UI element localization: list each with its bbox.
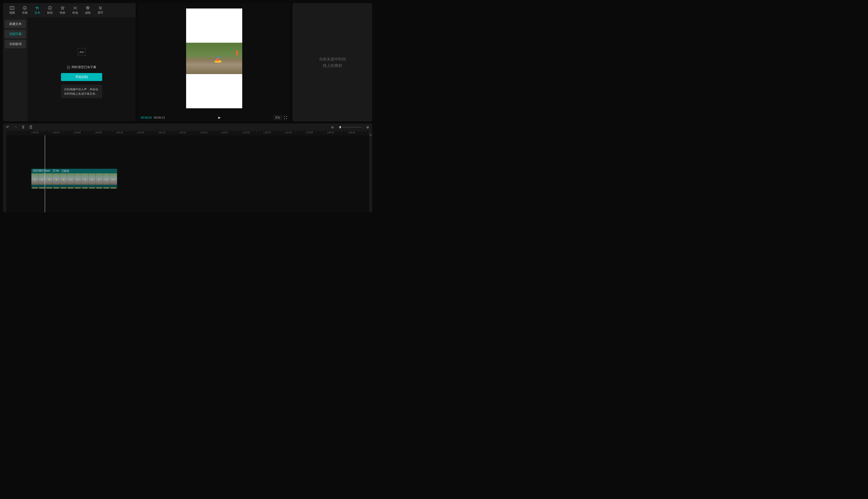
current-time: 00:00:02 — [141, 116, 152, 119]
start-recognize-button[interactable]: 开始识别 — [61, 73, 102, 81]
video-frame — [186, 43, 242, 74]
preview-panel: 00:00:02 00:00:12 ▶ 原始 — [138, 3, 290, 121]
tab-text[interactable]: TI 文本 — [32, 5, 43, 16]
tab-sticker[interactable]: 贴纸 — [44, 5, 56, 16]
preview-frame — [186, 9, 242, 108]
empty-selection-message: 当前未选中时间线上的素材 — [319, 56, 346, 69]
new-text-button[interactable]: 新建文本 — [5, 20, 26, 28]
recognize-subtitle-button[interactable]: 识别字幕 — [5, 30, 26, 38]
tab-label: 视频 — [9, 11, 15, 15]
tab-effect[interactable]: 特效 — [57, 5, 68, 16]
svg-text:TI: TI — [36, 6, 39, 10]
tab-audio[interactable]: 音频 — [19, 5, 31, 16]
clip-thumbnails — [32, 173, 117, 185]
checkbox-icon[interactable] — [67, 66, 70, 69]
play-button[interactable]: ▶ — [218, 116, 221, 119]
letterbox-top — [186, 9, 242, 43]
timeline-tracks[interactable]: ◐ 20210627.mov 12.4s 已静音 — [6, 135, 369, 212]
svg-point-5 — [50, 8, 51, 8]
tab-transition[interactable]: 转场 — [69, 5, 81, 16]
split-button[interactable] — [22, 125, 25, 129]
clip-duration: 12.4s — [52, 169, 59, 173]
timeline-panel: ↶ ↷ ⊖ ⊕ | 00:00| 00:03| 00:06| 00:09| 00… — [3, 123, 372, 212]
ruler-mark: | 00:48 — [369, 131, 372, 136]
svg-point-11 — [99, 9, 100, 10]
timeline-toolbar: ↶ ↷ ⊖ ⊕ — [3, 123, 372, 131]
tab-filter[interactable]: 滤镜 — [82, 5, 93, 16]
svg-point-3 — [48, 7, 51, 10]
clip-audio-waveform — [32, 185, 117, 189]
text-sub-sidebar: 新建文本 识别字幕 识别歌词 — [3, 17, 27, 121]
redo-button[interactable]: ↷ — [14, 125, 17, 129]
video-clip[interactable]: 20210627.mov 12.4s 已静音 — [32, 169, 117, 189]
media-tabs: 视频 音频 TI 文本 贴纸 特效 — [3, 3, 136, 17]
effect-icon — [60, 6, 65, 10]
tab-adjust[interactable]: 调节 — [94, 5, 106, 16]
total-time: 00:00:12 — [154, 116, 165, 119]
tab-label: 滤镜 — [85, 11, 91, 15]
recognize-lyrics-button[interactable]: 识别歌词 — [5, 40, 26, 48]
svg-point-10 — [100, 8, 102, 9]
undo-button[interactable]: ↶ — [6, 125, 9, 129]
tab-label: 特效 — [60, 11, 66, 15]
aspect-ratio-button[interactable]: 原始 — [274, 115, 282, 120]
zoom-in-button[interactable]: ⊕ — [366, 125, 369, 129]
tab-label: 转场 — [72, 11, 78, 15]
tab-label: 文本 — [35, 11, 40, 15]
video-icon — [10, 6, 14, 10]
subtitle-recognize-panel: A≡ 同时清空已有字幕 开始识别 识别视频中的人声，并自动在时间线上生成字幕文本… — [27, 17, 136, 121]
tab-label: 调节 — [97, 11, 103, 15]
adjust-icon — [98, 6, 103, 10]
clip-header: 20210627.mov 12.4s 已静音 — [32, 169, 117, 173]
transition-icon — [73, 6, 78, 10]
fullscreen-button[interactable] — [284, 116, 287, 119]
clip-muted-label: 已静音 — [61, 169, 69, 173]
sticker-icon — [48, 6, 52, 10]
properties-panel: 当前未选中时间线上的素材 — [293, 3, 372, 121]
recognize-description: 识别视频中的人声，并自动在时间线上生成字幕文本。 — [61, 85, 102, 98]
clip-filename: 20210627.mov — [33, 169, 50, 173]
tab-label: 贴纸 — [47, 11, 53, 15]
zoom-handle[interactable] — [340, 126, 341, 129]
preview-viewport[interactable] — [138, 3, 290, 114]
preview-controls: 00:00:02 00:00:12 ▶ 原始 — [138, 114, 290, 121]
timeline-ruler[interactable]: | 00:00| 00:03| 00:06| 00:09| 00:12| 00:… — [6, 131, 369, 135]
text-placeholder-icon: A≡ — [78, 48, 85, 56]
tab-label: 音频 — [22, 11, 27, 15]
tab-video[interactable]: 视频 — [6, 5, 18, 16]
checkbox-label: 同时清空已有字幕 — [72, 65, 96, 70]
filter-icon — [85, 6, 90, 10]
svg-point-9 — [99, 7, 100, 8]
svg-point-1 — [23, 7, 26, 10]
letterbox-bottom — [186, 74, 242, 108]
audio-icon — [22, 6, 27, 10]
media-panel: 视频 音频 TI 文本 贴纸 特效 — [3, 3, 136, 121]
zoom-out-button[interactable]: ⊖ — [331, 125, 334, 129]
text-icon: TI — [35, 6, 40, 10]
delete-button[interactable] — [29, 125, 33, 129]
svg-point-4 — [49, 8, 50, 8]
clear-existing-checkbox-row[interactable]: 同时清空已有字幕 — [67, 65, 96, 70]
zoom-slider[interactable] — [338, 127, 362, 127]
